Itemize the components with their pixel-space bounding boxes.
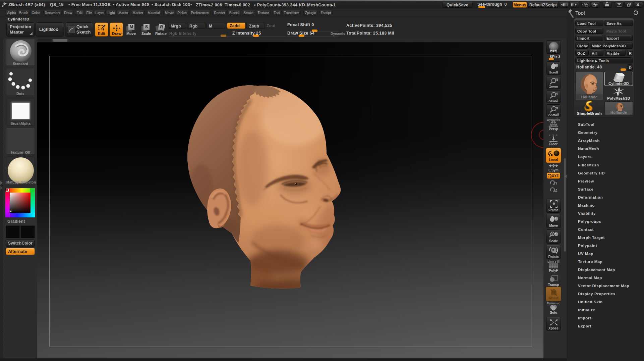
svg-text:Z: Z <box>555 189 557 192</box>
svg-text:Y: Y <box>555 182 558 185</box>
svg-text:x1: x1 <box>556 93 558 95</box>
